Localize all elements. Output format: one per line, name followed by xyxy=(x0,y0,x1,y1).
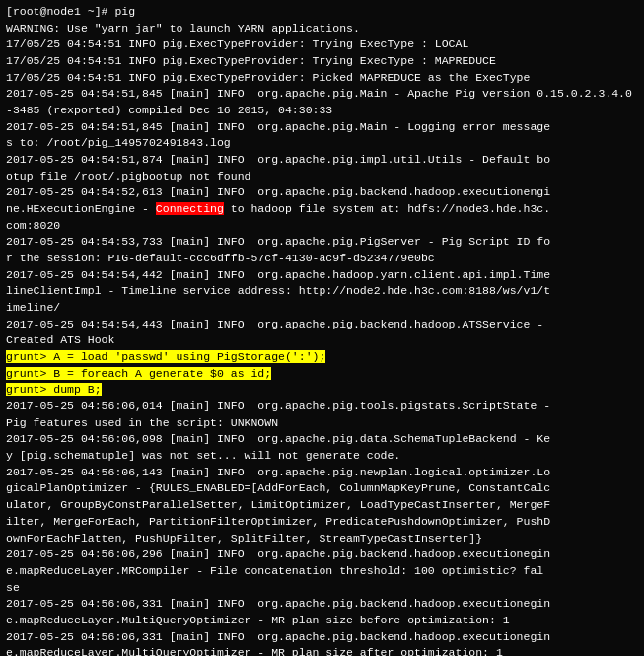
grunt-line-a: grunt> A = load 'passwd' using PigStorag… xyxy=(6,349,638,366)
terminal-line: e.mapReduceLayer.MultiQueryOptimizer - M… xyxy=(6,613,638,629)
grunt-line-dump: grunt> dump B; xyxy=(6,382,638,399)
terminal-line: 2017-05-25 04:56:06,098 [main] INFO org.… xyxy=(6,431,638,448)
terminal-line: 2017-05-25 04:56:06,331 [main] INFO org.… xyxy=(6,629,638,646)
terminal-line: otup file /root/.pigbootup not found xyxy=(6,169,638,185)
terminal-line: imeline/ xyxy=(6,300,638,317)
grunt-line-b: grunt> B = foreach A generate $0 as id; xyxy=(6,366,638,383)
terminal-line: e.mapReduceLayer.MRCompiler - File conca… xyxy=(6,563,638,580)
terminal-line: ulator, GroupByConstParallelSetter, Limi… xyxy=(6,497,638,514)
terminal-line: 2017-05-25 04:56:06,143 [main] INFO org.… xyxy=(6,465,638,481)
terminal-window: [root@node1 ~]# pig WARNING: Use "yarn j… xyxy=(0,0,644,656)
terminal-line: 2017-05-25 04:54:54,442 [main] INFO org.… xyxy=(6,267,638,284)
terminal-line: [root@node1 ~]# pig xyxy=(6,4,638,21)
terminal-line: 2017-05-25 04:56:06,296 [main] INFO org.… xyxy=(6,547,638,563)
terminal-line: gicalPlanOptimizer - {RULES_ENABLED=[Add… xyxy=(6,480,638,497)
terminal-line: com:8020 xyxy=(6,218,638,235)
terminal-line: 2017-05-25 04:54:51,845 [main] INFO org.… xyxy=(6,86,638,118)
terminal-line: Pig features used in the script: UNKNOWN xyxy=(6,415,638,432)
terminal-line: ilter, MergeForEach, PartitionFilterOpti… xyxy=(6,514,638,531)
terminal-line: s to: /root/pig_1495702491843.log xyxy=(6,135,638,152)
terminal-line: 17/05/25 04:54:51 INFO pig.ExecTypeProvi… xyxy=(6,53,638,70)
terminal-line: y [pig.schematuple] was not set... will … xyxy=(6,448,638,465)
terminal-line: Created ATS Hook xyxy=(6,332,638,349)
prompt-text: [root@node1 ~]# pig xyxy=(6,5,135,18)
terminal-line: 17/05/25 04:54:51 INFO pig.ExecTypeProvi… xyxy=(6,36,638,53)
terminal-line: ne.HExecutionEngine - Connecting to hado… xyxy=(6,201,638,218)
terminal-line: ownForEachFlatten, PushUpFilter, SplitFi… xyxy=(6,531,638,547)
grunt-prompt-b: grunt> B = foreach A generate $0 as id; xyxy=(6,367,271,380)
terminal-line: 2017-05-25 04:56:06,331 [main] INFO org.… xyxy=(6,596,638,613)
grunt-prompt-dump: grunt> dump B; xyxy=(6,383,102,396)
terminal-line: lineClientImpl - Timeline service addres… xyxy=(6,283,638,300)
terminal-line: 2017-05-25 04:54:51,874 [main] INFO org.… xyxy=(6,152,638,169)
warning-text: WARNING: Use "yarn jar" to launch YARN a… xyxy=(6,22,360,35)
grunt-prompt-a: grunt> A = load 'passwd' using PigStorag… xyxy=(6,350,325,363)
terminal-line: WARNING: Use "yarn jar" to launch YARN a… xyxy=(6,21,638,37)
terminal-line: 2017-05-25 04:54:53,733 [main] INFO org.… xyxy=(6,234,638,251)
terminal-line: 2017-05-25 04:54:52,613 [main] INFO org.… xyxy=(6,184,638,201)
terminal-line: se xyxy=(6,580,638,597)
connecting-highlight: Connecting xyxy=(156,202,224,215)
terminal-line: r the session: PIG-default-ccc6dffb-57cf… xyxy=(6,251,638,267)
terminal-line: 2017-05-25 04:54:51,845 [main] INFO org.… xyxy=(6,119,638,136)
terminal-line: 2017-05-25 04:56:06,014 [main] INFO org.… xyxy=(6,399,638,415)
terminal-line: e.mapReduceLayer.MultiQueryOptimizer - M… xyxy=(6,645,638,656)
terminal-line: 17/05/25 04:54:51 INFO pig.ExecTypeProvi… xyxy=(6,70,638,87)
terminal-line: 2017-05-25 04:54:54,443 [main] INFO org.… xyxy=(6,317,638,333)
